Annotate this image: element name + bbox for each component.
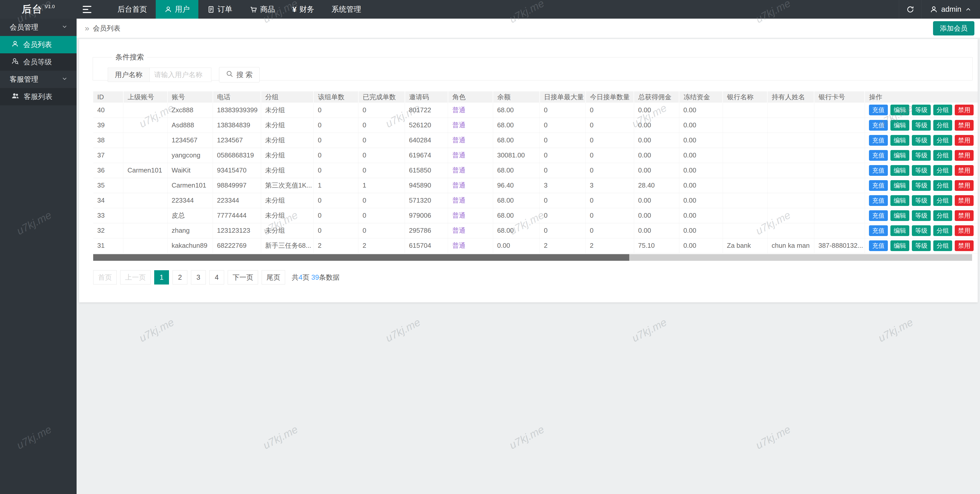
action-recharge-button[interactable]: 充值 [869,195,888,206]
action-edit-button[interactable]: 编辑 [890,225,909,236]
action-group-button[interactable]: 分组 [933,210,952,221]
role-link[interactable]: 普通 [452,121,465,129]
pagination-page-1-button[interactable]: 1 [154,270,169,284]
cell-group_orders: 0 [313,223,358,238]
nav-item-orders[interactable]: 订单 [198,0,241,19]
role-link[interactable]: 普通 [452,151,465,159]
sidebar-item-member-list[interactable]: 会员列表 [0,36,76,53]
action-recharge-button[interactable]: 充值 [869,150,888,161]
action-recharge-button[interactable]: 充值 [869,240,888,251]
action-level-button[interactable]: 等级 [912,165,931,176]
action-level-button[interactable]: 等级 [912,195,931,206]
action-group-button[interactable]: 分组 [933,225,952,236]
role-link[interactable]: 普通 [452,227,465,234]
nav-item-goods[interactable]: 商品 [241,0,283,19]
action-recharge-button[interactable]: 充值 [869,210,888,221]
action-recharge-button[interactable]: 充值 [869,225,888,236]
role-link[interactable]: 普通 [452,166,465,174]
action-disable-button[interactable]: 禁用 [955,195,974,206]
action-group-button[interactable]: 分组 [933,165,952,176]
action-level-button[interactable]: 等级 [912,180,931,191]
sidebar-group-service-management[interactable]: 客服管理 [0,71,76,88]
pagination-page-2-button[interactable]: 2 [173,270,188,284]
action-level-button[interactable]: 等级 [912,120,931,131]
action-recharge-button[interactable]: 充值 [869,165,888,176]
role-link[interactable]: 普通 [452,106,465,114]
action-level-button[interactable]: 等级 [912,105,931,115]
action-edit-button[interactable]: 编辑 [890,195,909,206]
action-group-button[interactable]: 分组 [933,120,952,131]
action-edit-button[interactable]: 编辑 [890,165,909,176]
nav-item-home[interactable]: 后台首页 [109,0,156,19]
user-menu[interactable]: admin [921,0,980,19]
add-member-button[interactable]: 添加会员 [933,21,974,35]
search-button[interactable]: 搜 索 [219,67,259,83]
top-navbar: 后台V1.0 后台首页用户订单商品¥财务系统管理 admin [0,0,980,19]
role-link[interactable]: 普通 [452,211,465,219]
role-link[interactable]: 普通 [452,241,465,249]
action-group-button[interactable]: 分组 [933,105,952,115]
pagination-page-4-button[interactable]: 4 [209,270,224,284]
action-level-button[interactable]: 等级 [912,150,931,161]
action-recharge-button[interactable]: 充值 [869,180,888,191]
pagination-page-3-button[interactable]: 3 [191,270,206,284]
table-row: 40Zxc88818383939399未分组00801722普通68.00000… [93,103,978,118]
action-disable-button[interactable]: 禁用 [955,165,974,176]
action-disable-button[interactable]: 禁用 [955,225,974,236]
cell-phone: 18383939399 [213,103,261,118]
search-fieldset: 条件搜索 用户名称 搜 索 [93,52,973,80]
action-level-button[interactable]: 等级 [912,225,931,236]
action-edit-button[interactable]: 编辑 [890,150,909,161]
sidebar-group-member-management[interactable]: 会员管理 [0,19,76,36]
action-disable-button[interactable]: 禁用 [955,180,974,191]
action-disable-button[interactable]: 禁用 [955,120,974,131]
action-group-button[interactable]: 分组 [933,180,952,191]
pagination-last-button[interactable]: 尾页 [262,270,285,284]
action-group-button[interactable]: 分组 [933,150,952,161]
nav-item-users[interactable]: 用户 [156,0,198,19]
horizontal-scrollbar[interactable] [93,254,972,261]
action-edit-button[interactable]: 编辑 [890,105,909,115]
action-group-button[interactable]: 分组 [933,240,952,251]
action-disable-button[interactable]: 禁用 [955,150,974,161]
role-link[interactable]: 普通 [452,181,465,189]
nav-item-finance[interactable]: ¥财务 [283,0,323,19]
role-link[interactable]: 普通 [452,136,465,144]
cell-daily_max: 0 [540,133,585,148]
table-header-cell: ID [93,91,123,103]
action-disable-button[interactable]: 禁用 [955,105,974,115]
sidebar-item-member-level[interactable]: 会员等级 [0,53,76,71]
action-level-button[interactable]: 等级 [912,135,931,146]
action-group-button[interactable]: 分组 [933,195,952,206]
action-disable-button[interactable]: 禁用 [955,135,974,146]
cell-phone: 223344 [213,193,261,208]
action-edit-button[interactable]: 编辑 [890,120,909,131]
nav-item-system[interactable]: 系统管理 [323,0,370,19]
action-disable-button[interactable]: 禁用 [955,210,974,221]
action-recharge-button[interactable]: 充值 [869,120,888,131]
action-recharge-button[interactable]: 充值 [869,105,888,115]
action-level-button[interactable]: 等级 [912,210,931,221]
menu-toggle-icon[interactable] [76,0,97,19]
action-edit-button[interactable]: 编辑 [890,240,909,251]
pagination-next-button[interactable]: 下一页 [228,270,258,284]
table-row: 32zhang123123123未分组00295786普通68.00000.00… [93,223,978,238]
main-nav: 后台首页用户订单商品¥财务系统管理 [109,0,370,19]
action-level-button[interactable]: 等级 [912,240,931,251]
action-disable-button[interactable]: 禁用 [955,240,974,251]
sidebar-item-service-list[interactable]: 客服列表 [0,88,76,105]
action-edit-button[interactable]: 编辑 [890,210,909,221]
action-group-button[interactable]: 分组 [933,135,952,146]
horizontal-scrollbar-thumb[interactable] [93,254,629,261]
role-link[interactable]: 普通 [452,197,465,204]
cell-done_orders: 0 [358,133,405,148]
refresh-button[interactable] [899,0,921,19]
action-recharge-button[interactable]: 充值 [869,135,888,146]
action-edit-button[interactable]: 编辑 [890,135,909,146]
cell-commission: 0.00 [634,163,679,178]
action-edit-button[interactable]: 编辑 [890,180,909,191]
username-input[interactable] [150,68,212,82]
pagination-prev-button[interactable]: 上一页 [120,270,151,284]
cell-daily_max: 0 [540,208,585,223]
pagination-first-button[interactable]: 首页 [93,270,117,284]
